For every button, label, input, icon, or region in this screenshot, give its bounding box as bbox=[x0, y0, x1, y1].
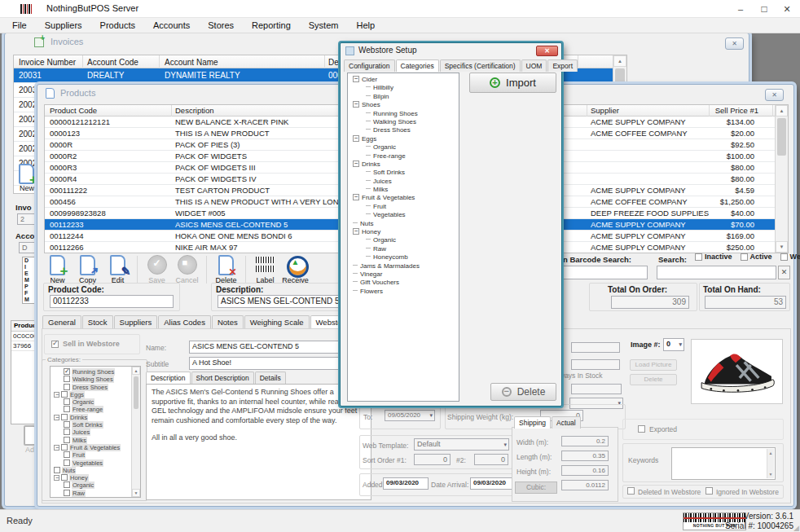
tree-item-honey[interactable]: Honey bbox=[349, 228, 459, 236]
tree-item-vegetables[interactable]: Vegetables bbox=[349, 211, 459, 219]
category-checkbox[interactable] bbox=[61, 444, 68, 451]
tree-item-hillbilly[interactable]: Hillbilly bbox=[349, 84, 459, 92]
tree-item-fruit-vegetables[interactable]: Fruit & Vegetables bbox=[349, 194, 459, 202]
category-item-free-range[interactable]: Free-range bbox=[52, 406, 140, 413]
collapse-icon[interactable] bbox=[54, 392, 59, 398]
category-item-running-shoes[interactable]: Running Shoes bbox=[52, 368, 140, 376]
menu-reporting[interactable]: Reporting bbox=[243, 18, 300, 33]
menu-stores[interactable]: Stores bbox=[199, 18, 243, 33]
tab-configuration[interactable]: Configuration bbox=[344, 59, 395, 72]
sell-in-webstore-checkbox[interactable] bbox=[51, 341, 59, 348]
category-item-raw[interactable]: Raw bbox=[52, 490, 140, 497]
tab-categories[interactable]: Categories bbox=[396, 59, 439, 72]
category-checkbox[interactable] bbox=[61, 474, 68, 481]
category-item-vegetables[interactable]: Vegetables bbox=[52, 459, 140, 467]
col-account-code[interactable]: Account Code bbox=[87, 58, 138, 67]
minimize-button[interactable] bbox=[728, 0, 753, 18]
maximize-button[interactable] bbox=[753, 0, 776, 18]
col-description[interactable]: Description bbox=[175, 106, 214, 115]
partially-hidden-field[interactable] bbox=[571, 359, 620, 370]
tab-description[interactable]: Description bbox=[146, 372, 191, 384]
tab-actual[interactable]: Actual bbox=[552, 416, 581, 429]
web-template-dropdown[interactable]: Default bbox=[414, 438, 509, 451]
added-date-field[interactable]: 09/03/2020 bbox=[383, 477, 429, 490]
scroll-up-icon[interactable]: ▲ bbox=[132, 367, 140, 375]
menu-suppliers[interactable]: Suppliers bbox=[36, 18, 91, 33]
scroll-up-icon[interactable]: ▲ bbox=[776, 105, 788, 117]
category-checkbox[interactable] bbox=[64, 481, 70, 488]
partially-hidden-field[interactable] bbox=[571, 342, 620, 353]
exported-checkbox[interactable] bbox=[638, 425, 645, 433]
category-checkbox[interactable] bbox=[61, 391, 68, 398]
ignored-in-webstore-checkbox[interactable] bbox=[705, 487, 713, 495]
tree-item-running-shoes[interactable]: Running Shoes bbox=[349, 110, 459, 118]
menu-accounts[interactable]: Accounts bbox=[144, 18, 199, 33]
menu-system[interactable]: System bbox=[300, 18, 348, 33]
label-button[interactable]: Label bbox=[250, 255, 280, 284]
collapse-icon[interactable] bbox=[353, 76, 359, 82]
tree-item-drinks[interactable]: Drinks bbox=[349, 160, 459, 169]
collapse-icon[interactable] bbox=[353, 101, 359, 108]
category-item-honey[interactable]: Honey bbox=[52, 474, 140, 481]
tab-export[interactable]: Export bbox=[547, 59, 578, 72]
tree-item-nuts[interactable]: Nuts bbox=[349, 220, 459, 228]
menu-help[interactable]: Help bbox=[347, 18, 384, 33]
tree-item-eggs[interactable]: Eggs bbox=[349, 135, 459, 143]
category-checkbox[interactable] bbox=[64, 398, 70, 405]
category-item-dress-shoes[interactable]: Dress Shoes bbox=[52, 384, 140, 391]
category-checkbox[interactable] bbox=[64, 497, 70, 498]
categories-scrollbar[interactable]: ▲ ▼ bbox=[131, 367, 140, 497]
category-checkbox[interactable] bbox=[64, 429, 70, 435]
category-item-drinks[interactable]: Drinks bbox=[52, 414, 140, 421]
category-checkbox[interactable] bbox=[64, 437, 70, 443]
tree-item-milks[interactable]: Milks bbox=[349, 186, 459, 194]
resize-grip[interactable] bbox=[793, 524, 799, 532]
category-item-fruit-vegetables[interactable]: Fruit & Vegetables bbox=[52, 444, 140, 451]
tree-item-organic[interactable]: Organic bbox=[349, 236, 459, 244]
tree-item-shoes[interactable]: Shoes bbox=[349, 101, 459, 109]
products-close-icon[interactable] bbox=[765, 89, 784, 101]
filter-active-checkbox[interactable]: Active bbox=[741, 253, 772, 261]
col-sell-price[interactable]: Sell Price #1 bbox=[715, 106, 758, 115]
web-checkbox-box[interactable] bbox=[780, 253, 788, 261]
category-checkbox[interactable] bbox=[64, 406, 70, 412]
scroll-down-icon[interactable]: ▼ bbox=[776, 241, 788, 253]
category-checkbox[interactable] bbox=[64, 368, 70, 375]
tab-general[interactable]: General bbox=[42, 315, 81, 328]
category-item-eggs[interactable]: Eggs bbox=[52, 391, 140, 398]
category-checkbox[interactable] bbox=[64, 384, 70, 390]
name-field[interactable]: ASICS MENS GEL-CONTEND 5 bbox=[189, 341, 365, 354]
collapse-icon[interactable] bbox=[54, 445, 59, 451]
tree-item-walking-shoes[interactable]: Walking Shoes bbox=[349, 118, 459, 126]
tree-item-organic[interactable]: Organic bbox=[349, 143, 459, 152]
category-checkbox[interactable] bbox=[64, 451, 70, 458]
tab-details[interactable]: Details bbox=[255, 372, 286, 384]
tab-notes[interactable]: Notes bbox=[212, 315, 244, 328]
category-checkbox[interactable] bbox=[64, 490, 70, 496]
tree-item-gift-vouchers[interactable]: Gift Vouchers bbox=[349, 279, 459, 287]
product-code-field[interactable]: 00112233 bbox=[50, 295, 174, 308]
sort-order-2-field[interactable]: 0 bbox=[474, 454, 508, 465]
tree-item-raw[interactable]: Raw bbox=[349, 245, 459, 253]
category-checkbox[interactable] bbox=[64, 376, 70, 382]
new-button[interactable]: New bbox=[42, 255, 73, 284]
dialog-close-icon[interactable] bbox=[536, 46, 558, 56]
tab-suppliers[interactable]: Suppliers bbox=[114, 315, 158, 328]
category-item-organic[interactable]: Organic bbox=[52, 398, 140, 406]
image-number-dropdown[interactable]: 0 bbox=[663, 338, 684, 351]
col-product-code[interactable]: Product Code bbox=[50, 106, 97, 115]
tree-item-juices[interactable]: Juices bbox=[349, 178, 459, 186]
tree-item-soft-drinks[interactable]: Soft Drinks bbox=[349, 169, 459, 177]
search-input[interactable] bbox=[657, 266, 776, 279]
scroll-down-icon[interactable]: ▼ bbox=[132, 489, 140, 497]
clear-search-icon[interactable]: ✕ bbox=[778, 266, 790, 279]
tree-item-cider[interactable]: Cider bbox=[349, 76, 459, 84]
collapse-icon[interactable] bbox=[54, 475, 59, 481]
category-item-honeycomb[interactable]: Honeycomb bbox=[52, 497, 140, 498]
tree-item-vinegar[interactable]: Vinegar bbox=[349, 270, 459, 279]
inactive-checkbox-box[interactable] bbox=[695, 253, 702, 261]
tree-item-jams-marmalades[interactable]: Jams & Marmalades bbox=[349, 262, 459, 270]
invoice-number-field[interactable]: 2 bbox=[17, 213, 39, 225]
tab-shipping[interactable]: Shipping bbox=[514, 416, 551, 429]
col-supplier[interactable]: Supplier bbox=[591, 106, 619, 115]
